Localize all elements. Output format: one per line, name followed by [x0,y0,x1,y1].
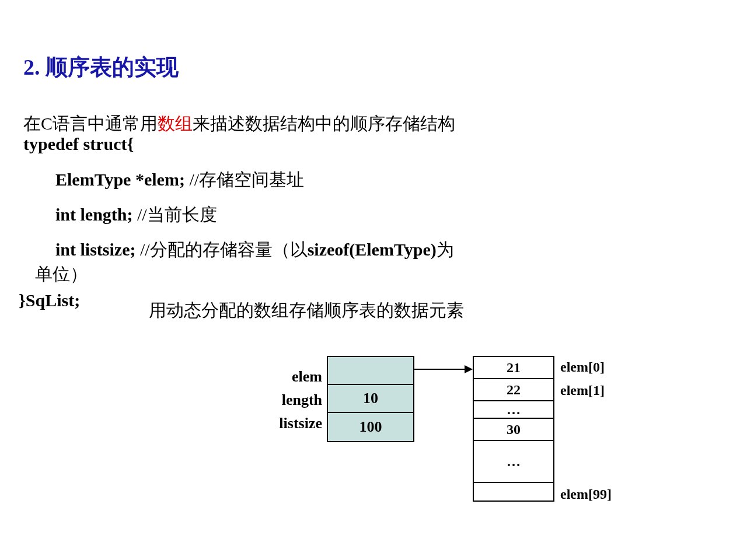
array-cell-1: 22 [474,379,553,401]
code-line-5: }SqList; [19,290,80,310]
array-box: 21 22 … 30 … [473,356,554,502]
code-l4-tail: 为 [437,240,454,259]
pointer-arrow [414,369,472,370]
struct-cell-length: 10 [328,385,413,413]
array-cell-0: 21 [474,357,553,379]
arr-lbl-1: elem[1] [560,383,605,398]
code-l2-bold: ElemType *elem; [55,170,185,189]
code-line-1: typedef struct{ [23,134,134,154]
struct-labels: elem length listsize [268,365,322,435]
struct-cell-listsize: 100 [328,413,413,441]
code-line-4: int listsize; //分配的存储容量（以sizeof(ElemType… [55,238,454,262]
array-cell-last [474,483,553,501]
lbl-length: length [268,388,322,412]
code-l4-cmt: //分配的存储容量（以 [135,240,307,259]
struct-box: 10 100 [327,356,414,442]
arr-lbl-99: elem[99] [560,487,612,502]
code-l4-sizeof: sizeof(ElemType) [308,240,437,259]
code-l4-bold: int listsize; [55,240,135,259]
struct-cell-elem [328,357,413,385]
lbl-listsize: listsize [268,412,322,435]
lbl-elem: elem [268,365,322,388]
intro-after: 来描述数据结构中的顺序存储结构 [193,114,455,133]
section-title: 2. 顺序表的实现 [23,52,179,82]
code-line-4b: 单位） [35,262,88,286]
arr-lbl-0: elem[0] [560,359,605,375]
subtitle: 用动态分配的数组存储顺序表的数据元素 [149,299,464,323]
intro-highlight: 数组 [158,114,193,133]
intro-before: 在C语言中通常用 [23,114,158,133]
intro-line: 在C语言中通常用数组来描述数据结构中的顺序存储结构 [23,112,455,136]
code-l3-bold: int length; [55,205,133,224]
array-cell-dots1: … [474,401,553,419]
code-l2-cmt: //存储空间基址 [185,170,304,189]
array-cell-30: 30 [474,419,553,441]
code-line-2: ElemType *elem; //存储空间基址 [55,168,304,192]
code-line-3: int length; //当前长度 [55,203,217,227]
code-l3-cmt: //当前长度 [133,205,217,224]
array-cell-dots2: … [474,441,553,483]
